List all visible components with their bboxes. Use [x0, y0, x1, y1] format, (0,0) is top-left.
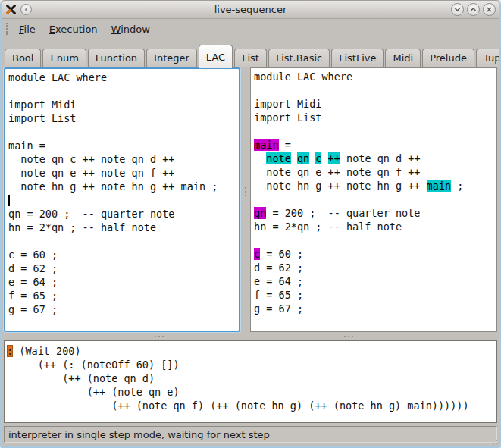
horizontal-splitter[interactable]: [2, 332, 499, 340]
highlight-cyan: main: [427, 180, 452, 192]
code-line: note hn g ++ note hn g ++ main ;: [8, 180, 236, 193]
tab-enum[interactable]: Enum: [42, 49, 86, 67]
editor-left[interactable]: module LAC where import Midiimport List …: [4, 67, 240, 332]
code-line: (++ (: (noteOff 60) []): [7, 358, 494, 371]
code-line: note qn e ++ note qn f ++: [254, 165, 493, 179]
code-line: module LAC where: [8, 70, 236, 84]
code-line: g = 67 ;: [8, 302, 236, 316]
code-line: d = 62 ;: [254, 261, 493, 274]
minimize-button[interactable]: [451, 3, 464, 16]
code-line: [8, 193, 236, 207]
highlight-cyan: qn: [297, 152, 309, 164]
tab-prelude[interactable]: Prelude: [422, 49, 474, 67]
menu-file[interactable]: File: [12, 21, 42, 37]
tab-tuple[interactable]: Tuple: [476, 49, 501, 67]
close-button[interactable]: [483, 3, 496, 16]
interpreter-output-code: : (Wait 200) (++ (: (noteOff 60) []) (++…: [7, 344, 494, 412]
code-line: d = 62 ;: [8, 262, 236, 275]
splitter-handle-icon: [155, 336, 164, 337]
tab-function[interactable]: Function: [88, 49, 145, 67]
tab-midi[interactable]: Midi: [385, 49, 421, 67]
tab-lac[interactable]: LAC: [199, 45, 233, 68]
code-line: [254, 233, 493, 247]
titlebar-left: [5, 1, 32, 18]
code-line: note qn c ++ note qn d ++: [254, 152, 493, 165]
code-line: (++ (note qn e): [7, 385, 494, 399]
editor-right-code: module LAC where import Midiimport List …: [251, 68, 496, 317]
menubar: FileExecutionWindow: [2, 19, 499, 39]
code-line: [254, 83, 493, 97]
code-line: c = 60 ;: [254, 247, 493, 261]
code-line: import List: [8, 111, 236, 125]
code-line: note qn c ++ note qn d ++: [8, 152, 236, 166]
code-line: main =: [8, 139, 236, 152]
titlebar-menu-button[interactable]: [20, 4, 32, 15]
editor-area: module LAC where import Midiimport List …: [2, 67, 499, 332]
code-line: qn = 200 ; -- quarter note: [254, 206, 493, 220]
text-caret: [8, 195, 10, 206]
window-title: live-sequencer: [2, 1, 499, 18]
resize-grip[interactable]: [490, 437, 497, 444]
code-line: [254, 124, 493, 138]
code-line: qn = 200 ; -- quarter note: [8, 207, 236, 221]
code-line: (++ (note qn d): [7, 371, 494, 385]
tab-bool[interactable]: Bool: [5, 49, 41, 67]
tab-listlive[interactable]: ListLive: [331, 49, 384, 67]
editor-left-code: module LAC where import Midiimport List …: [5, 69, 239, 318]
dot-icon: [25, 8, 27, 11]
code-line: hn = 2*qn ; -- half note: [8, 221, 236, 234]
app-window: live-sequencer: [0, 0, 501, 448]
tab-integer[interactable]: Integer: [146, 49, 197, 67]
code-line: e = 64 ;: [8, 275, 236, 289]
app-icon: [5, 4, 17, 15]
status-text: interpreter in single step mode, waiting…: [8, 429, 270, 440]
code-line: f = 65 ;: [8, 289, 236, 302]
highlight-magenta: qn: [254, 207, 266, 219]
code-line: note qn e ++ note qn f ++: [8, 166, 236, 180]
code-line: [254, 193, 493, 206]
code-line: [8, 234, 236, 248]
close-icon: [485, 5, 493, 14]
tab-list-basic[interactable]: List.Basic: [268, 49, 330, 67]
chevron-up-icon: [469, 5, 478, 14]
code-line: hn = 2*qn ; -- half note: [254, 220, 493, 233]
code-line: (++ (note qn f) (++ (note hn g) (++ (not…: [7, 399, 494, 412]
titlebar[interactable]: live-sequencer: [2, 1, 499, 19]
code-line: : (Wait 200): [7, 344, 494, 358]
code-line: note hn g ++ note hn g ++ main ;: [254, 179, 493, 193]
code-line: [8, 84, 236, 98]
code-line: import Midi: [254, 97, 493, 111]
highlight-cyan: ++: [328, 152, 340, 164]
titlebar-right: [451, 1, 496, 18]
highlight-magenta: c: [254, 248, 260, 260]
editor-right[interactable]: module LAC where import Midiimport List …: [250, 67, 497, 332]
code-line: main =: [254, 138, 493, 152]
highlight-cyan: note: [266, 152, 291, 164]
menubar-items: FileExecutionWindow: [12, 21, 157, 37]
code-line: [8, 125, 236, 139]
maximize-button[interactable]: [467, 3, 480, 16]
code-line: e = 64 ;: [254, 274, 493, 288]
status-bar: interpreter in single step mode, waiting…: [4, 426, 497, 443]
code-line: f = 65 ;: [254, 288, 493, 302]
code-line: c = 60 ;: [8, 248, 236, 262]
menu-window[interactable]: Window: [105, 21, 157, 37]
splitter-handle-icon: [344, 336, 353, 337]
tab-bar: BoolEnumFunctionIntegerLACListList.Basic…: [2, 39, 499, 67]
highlight-magenta: main: [254, 139, 279, 151]
tab-list[interactable]: List: [234, 49, 267, 67]
highlight-orange: :: [7, 345, 13, 357]
menu-execution[interactable]: Execution: [42, 21, 105, 37]
menubar-drag-handle[interactable]: [6, 23, 8, 35]
code-line: import List: [254, 111, 493, 124]
code-line: g = 67 ;: [254, 302, 493, 315]
chevron-down-icon: [453, 5, 462, 14]
code-line: module LAC where: [254, 70, 493, 83]
vertical-splitter[interactable]: [240, 67, 250, 332]
interpreter-output-pane[interactable]: : (Wait 200) (++ (: (noteOff 60) []) (++…: [4, 340, 497, 423]
code-line: import Midi: [8, 98, 236, 111]
splitter-handle-icon: [245, 187, 246, 196]
